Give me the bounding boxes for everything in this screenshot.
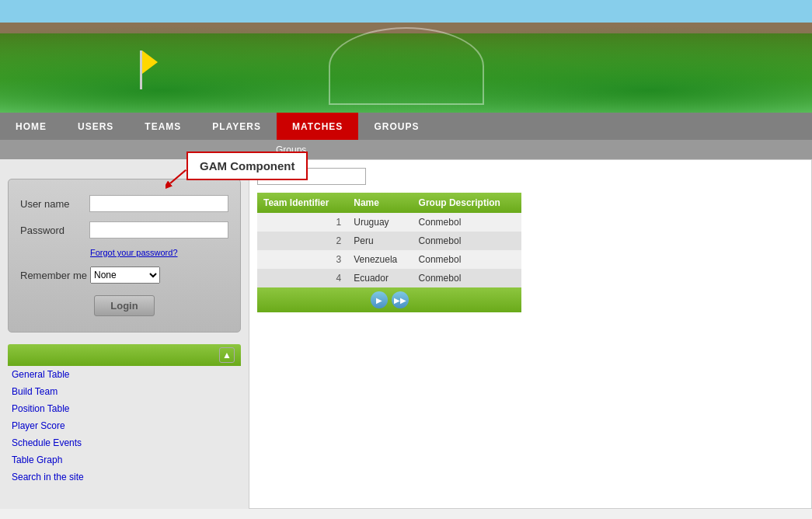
- username-input[interactable]: [89, 195, 228, 212]
- login-button[interactable]: Login: [94, 295, 154, 316]
- sidebar-link-position-table[interactable]: Position Table: [8, 400, 241, 417]
- sidebar-link-search[interactable]: Search in the site: [8, 468, 241, 486]
- svg-line-1: [170, 170, 186, 183]
- tooltip-arrow-icon: [166, 167, 189, 190]
- teams-table: Team Identifier Name Group Description 1…: [257, 193, 521, 287]
- nav-teams[interactable]: TEAMS: [129, 113, 197, 140]
- password-input[interactable]: [89, 221, 228, 239]
- sidebar-link-table-graph[interactable]: Table Graph: [8, 451, 241, 468]
- password-label: Password: [20, 225, 89, 236]
- collapse-button[interactable]: ▲: [219, 347, 235, 363]
- username-row: User name: [20, 195, 228, 212]
- main-content: User name Password Forgot your password?…: [0, 159, 812, 509]
- password-row: Password: [20, 221, 228, 239]
- cell-name: Peru: [347, 232, 412, 250]
- nav-groups[interactable]: GROUPS: [358, 113, 434, 140]
- sidebar-links: ▲ General Table Build Team Position Tabl…: [8, 344, 241, 486]
- nav-home[interactable]: HOME: [0, 113, 62, 140]
- next-page-button[interactable]: ▶▶: [392, 291, 409, 308]
- field-lines: [329, 27, 484, 105]
- right-panel: Team Identifier Name Group Description 1…: [249, 159, 812, 509]
- remember-select[interactable]: None: [90, 266, 160, 284]
- col-header-group: Group Description: [413, 193, 521, 213]
- sidebar-link-player-score[interactable]: Player Score: [8, 417, 241, 434]
- cell-id: 3: [257, 250, 347, 269]
- cell-name: Uruguay: [347, 213, 412, 232]
- cell-id: 2: [257, 232, 347, 250]
- site-banner: [0, 0, 812, 113]
- remember-label: Remember me: [20, 270, 90, 281]
- sidebar-link-build-team[interactable]: Build Team: [8, 383, 241, 400]
- remember-row: Remember me None: [20, 266, 228, 284]
- cell-group: Conmebol: [413, 232, 521, 250]
- cell-id: 1: [257, 213, 347, 232]
- cell-group: Conmebol: [413, 250, 521, 269]
- nav-players[interactable]: PLAYERS: [197, 113, 277, 140]
- forgot-password-link[interactable]: Forgot your password?: [90, 248, 228, 257]
- table-row: 3 Venezuela Conmebol: [257, 250, 521, 269]
- cell-group: Conmebol: [413, 269, 521, 287]
- cell-name: Venezuela: [347, 250, 412, 269]
- username-label: User name: [20, 198, 89, 210]
- corner-flag-icon: [140, 51, 142, 89]
- table-row: 1 Uruguay Conmebol: [257, 213, 521, 232]
- table-row: 4 Ecuador Conmebol: [257, 269, 521, 287]
- cell-name: Ecuador: [347, 269, 412, 287]
- cell-id: 4: [257, 269, 347, 287]
- col-header-id: Team Identifier: [257, 193, 347, 213]
- nav-users[interactable]: USERS: [62, 113, 129, 140]
- gam-tooltip: GAM Component: [186, 152, 308, 180]
- sidebar-link-schedule-events[interactable]: Schedule Events: [8, 434, 241, 451]
- main-nav: HOME USERS TEAMS PLAYERS MATCHES GROUPS: [0, 113, 812, 140]
- sub-nav: Groups: [0, 140, 812, 159]
- table-row: 2 Peru Conmebol: [257, 232, 521, 250]
- cell-group: Conmebol: [413, 213, 521, 232]
- gam-tooltip-text: GAM Component: [200, 159, 294, 172]
- sidebar-link-general-table[interactable]: General Table: [8, 366, 241, 383]
- nav-matches[interactable]: MATCHES: [277, 113, 358, 140]
- prev-page-button[interactable]: ▶: [371, 291, 388, 308]
- login-box: User name Password Forgot your password?…: [8, 179, 241, 333]
- sidebar-header: ▲: [8, 344, 241, 366]
- left-panel: User name Password Forgot your password?…: [0, 159, 249, 509]
- col-header-name: Name: [347, 193, 412, 213]
- pagination-row: ▶ ▶▶: [257, 287, 521, 312]
